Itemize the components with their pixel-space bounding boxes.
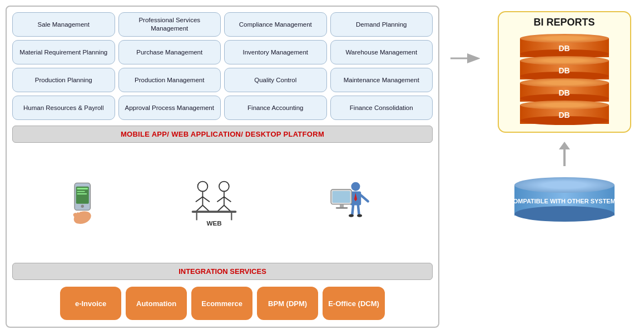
module-box: Finance Consolidation — [330, 96, 433, 120]
right-panel: BI REPORTS DB DB DB DB CO — [490, 6, 638, 328]
svg-line-21 — [224, 197, 231, 202]
mobile-icon-block — [67, 181, 100, 225]
db-top — [520, 78, 609, 87]
service-box: E-Office (DCM) — [323, 287, 385, 320]
svg-point-2 — [81, 205, 83, 208]
module-box: Production Management — [118, 68, 221, 92]
module-box: Inventory Management — [224, 40, 327, 64]
db-top — [520, 34, 609, 43]
compat-bottom — [514, 206, 615, 222]
services-row: e-InvoiceAutomationEcommerceBPM (DPM)E-O… — [12, 283, 433, 321]
svg-point-18 — [219, 181, 229, 191]
modules-grid: Sale ManagementProfessional Services Man… — [12, 12, 433, 120]
module-box: Maintenance Management — [330, 68, 433, 92]
svg-line-34 — [358, 205, 359, 215]
desktop-computer-icon — [328, 181, 378, 225]
mobile-phone-icon — [67, 181, 100, 225]
module-box: Material Requirement Planning — [12, 40, 115, 64]
db-label: DB — [558, 44, 569, 53]
up-arrow — [559, 142, 570, 166]
service-box: Ecommerce — [191, 287, 252, 320]
db-top — [520, 101, 609, 109]
module-box: Approval Process Management — [118, 96, 221, 120]
module-box: Warehouse Management — [330, 40, 433, 64]
module-box: Quality Control — [224, 68, 327, 92]
module-box: Professional Services Management — [118, 12, 221, 37]
db-cylinder: DB — [520, 34, 609, 58]
arrow-right — [449, 50, 480, 67]
svg-line-14 — [196, 197, 203, 202]
svg-rect-11 — [77, 193, 87, 194]
main-container: Sale ManagementProfessional Services Man… — [6, 6, 638, 329]
svg-point-36 — [357, 214, 362, 217]
svg-text:WEB: WEB — [206, 219, 221, 227]
db-top — [520, 56, 609, 65]
service-box: BPM (DPM) — [257, 287, 318, 320]
db-stack: DB DB DB DB — [510, 34, 619, 123]
web-icon-block: WEB — [186, 179, 242, 227]
module-box: Finance Accounting — [224, 96, 327, 120]
right-arrow-icon — [449, 50, 480, 67]
svg-line-15 — [202, 197, 210, 202]
svg-point-35 — [349, 214, 354, 217]
bi-reports-box: BI REPORTS DB DB DB DB — [498, 11, 631, 133]
svg-point-12 — [197, 181, 207, 191]
svg-rect-38 — [333, 191, 350, 203]
svg-line-20 — [217, 197, 224, 202]
db-cylinder: DB — [520, 101, 609, 125]
svg-rect-40 — [336, 207, 348, 209]
service-box: Automation — [126, 287, 187, 320]
module-box: Human Resources & Payroll — [12, 96, 115, 120]
compat-top — [514, 177, 615, 193]
module-box: Purchase Management — [118, 40, 221, 64]
left-panel: Sale ManagementProfessional Services Man… — [6, 6, 439, 328]
svg-rect-24 — [192, 211, 237, 213]
integration-bar: INTEGRATION SERVICES — [12, 263, 433, 280]
db-cylinder: DB — [520, 56, 609, 81]
module-box: Sale Management — [12, 12, 115, 37]
compatible-cylinder: COMPATIBLE WITH OTHER SYSTEMS — [514, 177, 615, 222]
arrow-head-icon — [559, 142, 570, 149]
db-label: DB — [558, 66, 569, 75]
svg-rect-39 — [340, 204, 344, 208]
desktop-icon-block — [328, 181, 378, 225]
service-box: e-Invoice — [60, 287, 121, 320]
arrow-shaft — [563, 149, 566, 166]
svg-rect-10 — [77, 191, 85, 192]
platform-bar: MOBILE APP/ WEB APPLICATION/ DESKTOP PLA… — [12, 126, 433, 143]
module-box: Demand Planning — [330, 12, 433, 37]
svg-line-32 — [361, 196, 368, 202]
platform-icons: WEB — [12, 146, 433, 259]
bi-reports-title: BI REPORTS — [510, 17, 619, 28]
db-cylinder: DB — [520, 78, 609, 103]
svg-point-28 — [351, 182, 360, 191]
web-users-icon: WEB — [186, 179, 242, 227]
db-label: DB — [558, 88, 569, 97]
module-box: Production Planning — [12, 68, 115, 92]
module-box: Compliance Management — [224, 12, 327, 37]
svg-line-33 — [353, 205, 354, 215]
compatible-label: COMPATIBLE WITH OTHER SYSTEMS — [509, 197, 620, 205]
db-label: DB — [558, 111, 569, 119]
svg-rect-9 — [77, 188, 88, 189]
